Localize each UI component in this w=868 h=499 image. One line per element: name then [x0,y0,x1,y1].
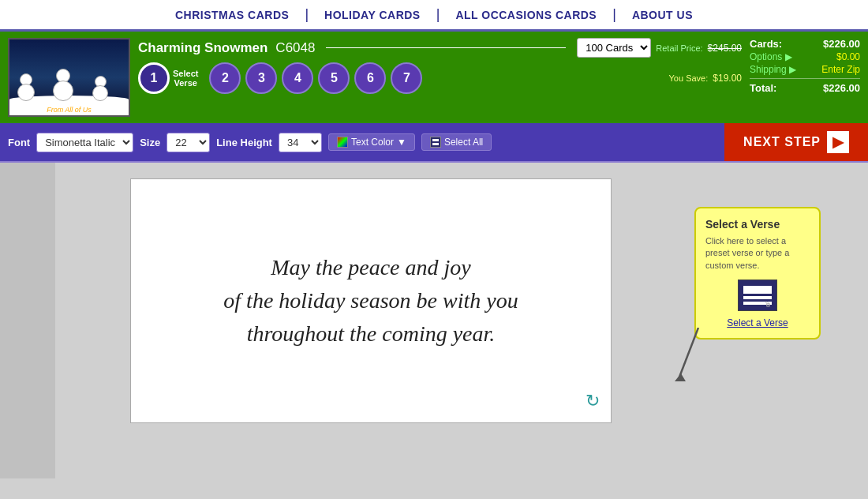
header-bar: From All of Us Charming Snowmen C6048 10… [0,32,868,123]
line-height-selector[interactable]: 34 28 36 40 [279,133,322,152]
step-3[interactable]: 3 [245,62,277,94]
verse-line-3: throughout the coming year. [247,321,496,346]
step-1[interactable]: 1 [138,62,170,94]
retail-price-value: $245.00 [708,43,742,54]
snowman-1 [17,73,35,101]
step-6[interactable]: 6 [354,62,386,94]
image-label: From All of Us [47,106,92,114]
top-navigation: CHRISTMAS CARDS | HOLIDAY CARDS | ALL OC… [0,0,868,32]
nav-all-occasions-cards[interactable]: ALL OCCASIONS CARDS [440,9,612,21]
text-color-dropdown-icon: ▼ [397,137,406,148]
you-save-label: You Save: [669,73,709,83]
total-value: $226.00 [823,82,860,94]
cards-label: Cards: [750,38,782,50]
verse-select-icon[interactable]: 🖱 [738,280,777,311]
nav-holiday-cards[interactable]: HOLIDAY CARDS [309,9,436,21]
cursor-icon: 🖱 [764,300,772,309]
select-all-label: Select All [444,137,483,148]
snowman-3 [92,76,108,101]
right-panel: Select a Verse Click here to select a pr… [687,163,868,478]
step-5[interactable]: 5 [318,62,350,94]
next-step-arrow-icon: ▶ [827,131,849,153]
line-height-label: Line Height [216,137,272,148]
next-step-label: NEXT STEP [743,135,821,149]
retail-price-label: Retail Price: [656,43,702,53]
verse-line-1: May the peace and joy [271,255,470,280]
verse-text: May the peace and joy of the holiday sea… [223,251,518,351]
step-1-label: Select Verse [173,69,198,88]
left-sidebar [0,163,55,478]
right-pricing: Cards: $226.00 Options ▶ $0.00 Shipping … [750,38,860,117]
product-code: C6048 [275,40,315,56]
font-label: Font [8,137,30,148]
step-7[interactable]: 7 [391,62,422,94]
tooltip-description: Click here to select a preset verse or t… [705,235,810,272]
card-canvas-area: May the peace and joy of the holiday sea… [55,163,687,478]
main-content: May the peace and joy of the holiday sea… [0,163,868,478]
tooltip-title: Select a Verse [705,218,810,231]
shipping-link[interactable]: Shipping ▶ [750,64,796,75]
select-verse-link[interactable]: Select a Verse [705,317,810,328]
options-value: $0.00 [836,51,860,62]
select-all-button[interactable]: Select All [421,133,492,151]
font-selector[interactable]: Simonetta Italic [36,133,133,152]
product-image: From All of Us [8,38,130,117]
refresh-icon[interactable]: ↻ [586,391,600,411]
text-color-label: Text Color [351,137,394,148]
verse-line-2: of the holiday season be with you [223,288,518,313]
snowman-2 [53,69,73,101]
verse-icon-bar2 [743,296,772,299]
quantity-selector[interactable]: 100 Cards 25 Cards 50 Cards 75 Cards 150… [577,38,651,58]
header-middle: Charming Snowmen C6048 100 Cards 25 Card… [138,38,742,117]
total-label: Total: [750,82,776,94]
toolbar-row: Font Simonetta Italic Size 22 18 24 28 L… [0,123,868,163]
next-step-button[interactable]: NEXT STEP ▶ [724,123,868,161]
options-link[interactable]: Options ▶ [750,51,792,62]
nav-christmas-cards[interactable]: CHRISTMAS CARDS [159,9,305,21]
verse-tooltip: Select a Verse Click here to select a pr… [694,207,821,340]
card-canvas[interactable]: May the peace and joy of the holiday sea… [130,178,612,423]
cards-cost: $226.00 [823,38,860,50]
text-color-button[interactable]: Text Color ▼ [328,133,415,151]
verse-tooltip-container: Select a Verse Click here to select a pr… [694,207,821,340]
product-title: Charming Snowmen [138,40,268,56]
step-4[interactable]: 4 [282,62,313,94]
size-selector[interactable]: 22 18 24 28 [166,133,210,152]
toolbar-left: Font Simonetta Italic Size 22 18 24 28 L… [0,128,724,157]
size-label: Size [140,137,160,148]
verse-icon-bar1 [743,286,772,294]
nav-about-us[interactable]: ABOUT US [616,9,709,21]
you-save-value: $19.00 [713,73,742,84]
shipping-value: Enter Zip [821,64,860,75]
step-2[interactable]: 2 [209,62,241,94]
